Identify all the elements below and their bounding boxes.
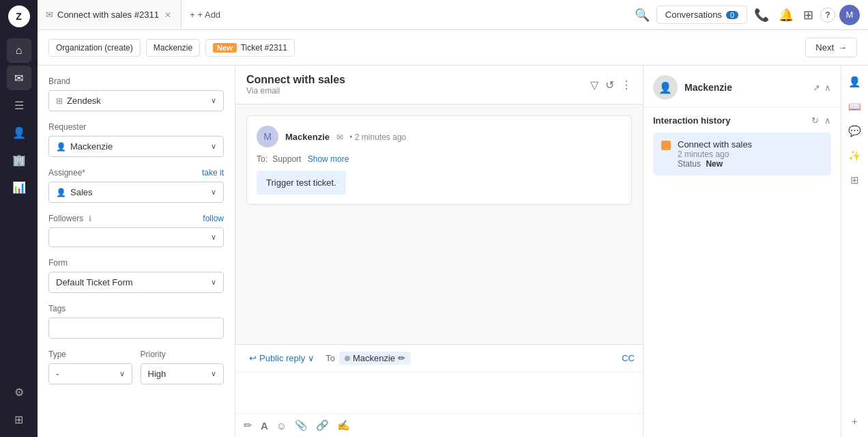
icon-rail: 👤 📖 💬 ✨ ⊞ + — [841, 66, 868, 437]
reply-to-row: To Mackenzie ✏ CC — [326, 352, 635, 365]
history-title: Connect with sales — [678, 139, 752, 150]
priority-field: Priority High ∨ — [141, 350, 225, 384]
assignee-label: Assignee* take it — [48, 168, 224, 178]
ticket-via: Via email — [246, 86, 345, 96]
ticket-header: Connect with sales Via email ▽ ↺ ⋮ — [235, 66, 643, 104]
sidebar-item-tickets[interactable]: ✉ — [7, 66, 31, 90]
help-button[interactable]: ? — [820, 8, 835, 23]
history-icon[interactable]: ↺ — [605, 79, 614, 91]
logo[interactable]: Z — [8, 5, 30, 27]
section-collapse-icon[interactable]: ∧ — [824, 115, 831, 126]
followers-select[interactable]: ∨ — [48, 227, 224, 247]
search-button[interactable]: 🔍 — [632, 5, 652, 25]
sidebar-item-extensions[interactable]: ⊞ — [7, 407, 31, 432]
reply-toolbar: ↩ Public reply ∨ To Mackenzie ✏ CC — [235, 345, 643, 372]
history-item[interactable]: Connect with sales 2 minutes ago Status … — [653, 132, 831, 175]
assignee-select[interactable]: 👤 Sales ∨ — [48, 182, 224, 203]
priority-value: High — [148, 369, 167, 379]
type-select[interactable]: - ∨ — [48, 363, 132, 384]
take-it-link[interactable]: take it — [202, 168, 224, 178]
type-field: Type - ∨ — [48, 350, 132, 384]
history-content: Connect with sales 2 minutes ago Status … — [678, 139, 752, 169]
refresh-icon[interactable]: ↻ — [811, 115, 819, 126]
customer-avatar: 👤 — [653, 75, 678, 100]
collapse-icon[interactable]: ∧ — [824, 83, 831, 93]
ticket-title: Connect with sales — [246, 74, 345, 86]
rail-add-icon[interactable]: + — [844, 410, 866, 432]
brand-chevron-icon: ∨ — [211, 96, 216, 105]
brand-value: Zendesk — [67, 96, 101, 106]
sidebar-item-organizations[interactable]: 🏢 — [7, 147, 31, 172]
breadcrumb-organization[interactable]: Organization (create) — [48, 39, 141, 57]
bell-button[interactable]: 🔔 — [776, 5, 796, 25]
assignee-user-icon: 👤 — [56, 188, 66, 197]
followers-chevron-icon: ∨ — [211, 233, 216, 242]
rail-book-icon[interactable]: 📖 — [844, 96, 866, 117]
history-status: Status New — [678, 159, 752, 169]
show-more-link[interactable]: Show more — [308, 154, 349, 164]
reply-text-area[interactable] — [235, 372, 643, 413]
type-value: - — [56, 369, 59, 379]
requester-select[interactable]: 👤 Mackenzie ∨ — [48, 136, 224, 157]
attach-icon[interactable]: 📎 — [295, 419, 308, 432]
sidebar-item-reports[interactable]: 📊 — [7, 175, 31, 199]
sidebar-item-settings[interactable]: ⚙ — [7, 380, 31, 404]
phone-button[interactable]: 📞 — [751, 5, 772, 25]
form-select[interactable]: Default Ticket Form ∨ — [48, 272, 224, 293]
customer-name: Mackenzie — [684, 82, 806, 93]
tags-input[interactable] — [48, 318, 224, 339]
rail-apps-icon[interactable]: ⊞ — [844, 169, 866, 191]
sender-time: • 2 minutes ago — [349, 132, 406, 142]
breadcrumb-mackenzie[interactable]: Mackenzie — [146, 39, 200, 57]
reply-type-button[interactable]: ↩ Public reply ∨ — [244, 350, 320, 366]
content-area: Brand ⊞ Zendesk ∨ Requester 👤 Mackenzie — [38, 66, 868, 437]
expand-icon[interactable]: ↗ — [813, 83, 820, 93]
tab-add-button[interactable]: + + Add — [182, 0, 229, 29]
reply-recipient[interactable]: Mackenzie ✏ — [339, 352, 411, 365]
history-status-value: New — [706, 159, 723, 169]
conversation-area: M Mackenzie ✉ • 2 minutes ago To: Suppor… — [235, 104, 643, 344]
requester-chevron-icon: ∨ — [211, 142, 216, 151]
rail-chat-icon[interactable]: 💬 — [844, 120, 866, 142]
user-avatar[interactable]: M — [839, 5, 860, 25]
tab-close-button[interactable]: ✕ — [163, 9, 173, 21]
new-badge: New — [213, 43, 237, 53]
signature-icon[interactable]: ✍ — [337, 419, 350, 432]
filter-icon[interactable]: ▽ — [590, 79, 598, 91]
arrow-right-icon: → — [838, 42, 847, 53]
to-address: Support — [272, 154, 301, 164]
priority-select[interactable]: High ∨ — [141, 363, 225, 384]
link-icon[interactable]: 🔗 — [316, 419, 329, 432]
conversations-label: Conversations — [665, 10, 722, 20]
next-button[interactable]: Next → — [805, 38, 857, 57]
rail-magic-icon[interactable]: ✨ — [844, 145, 866, 167]
history-time: 2 minutes ago — [678, 150, 752, 159]
follow-link[interactable]: follow — [203, 214, 224, 223]
sidebar-item-views[interactable]: ☰ — [7, 93, 31, 117]
sidebar-item-customers[interactable]: 👤 — [7, 120, 31, 145]
form-label: Form — [48, 258, 224, 268]
rail-user-icon[interactable]: 👤 — [844, 71, 866, 93]
message-meta: Mackenzie ✉ • 2 minutes ago — [285, 132, 622, 142]
brand-select[interactable]: ⊞ Zendesk ∨ — [48, 90, 224, 111]
form-value: Default Ticket Form — [56, 277, 133, 287]
more-icon[interactable]: ⋮ — [621, 79, 632, 91]
compose-icon[interactable]: ✏ — [244, 419, 252, 432]
recipient-dot — [345, 356, 350, 361]
emoji-icon[interactable]: ☺ — [276, 420, 287, 432]
section-title: Interaction history — [653, 115, 730, 126]
breadcrumb-ticket[interactable]: New Ticket #2311 — [205, 39, 295, 57]
sidebar-item-home[interactable]: ⌂ — [7, 38, 31, 63]
interaction-history-section: Interaction history ↻ ∧ Connect with sal… — [643, 107, 841, 184]
history-status-icon — [661, 141, 671, 150]
recipient-name: Mackenzie — [353, 353, 395, 363]
message-card: M Mackenzie ✉ • 2 minutes ago To: Suppor… — [246, 115, 632, 205]
reply-type-chevron-icon: ∨ — [308, 353, 315, 363]
conversations-button[interactable]: Conversations 0 — [656, 5, 747, 24]
bold-icon[interactable]: A — [261, 420, 268, 432]
cc-button[interactable]: CC — [622, 353, 635, 363]
recipient-edit-icon[interactable]: ✏ — [398, 353, 405, 363]
grid-button[interactable]: ⊞ — [800, 5, 816, 25]
tab-ticket-2311[interactable]: ✉ Connect with sales #2311 ✕ — [38, 0, 182, 29]
tags-field: Tags — [48, 304, 224, 339]
